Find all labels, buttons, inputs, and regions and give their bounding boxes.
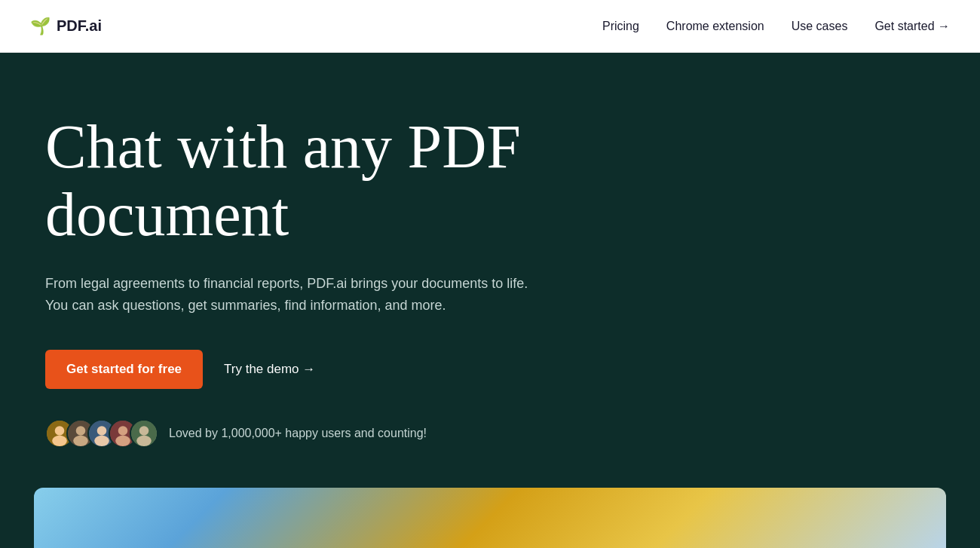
hero-subtitle-line1: From legal agreements to financial repor… [45,273,611,295]
svg-point-8 [94,436,109,446]
logo[interactable]: 🌱 PDF.ai [30,17,102,36]
get-started-button[interactable]: Get started for free [45,350,203,389]
hero-subtitle-line2: You can ask questions, get summaries, fi… [45,295,611,317]
nav-chrome-extension[interactable]: Chrome extension [666,20,764,33]
try-demo-button[interactable]: Try the demo → [224,362,315,377]
nav-use-cases[interactable]: Use cases [792,20,848,33]
svg-point-5 [73,436,88,446]
svg-point-1 [55,426,65,436]
social-proof: Loved by 1,000,000+ happy users and coun… [45,419,935,448]
social-proof-text: Loved by 1,000,000+ happy users and coun… [169,427,427,440]
svg-point-2 [52,436,67,446]
hero-section: Chat with any PDF document From legal ag… [0,53,980,548]
avatar [130,419,158,448]
avatar-stack [45,419,158,448]
navbar: 🌱 PDF.ai Pricing Chrome extension Use ca… [0,0,980,53]
hero-subtitle: From legal agreements to financial repor… [45,273,611,317]
nav-get-started-link[interactable]: Get started → [874,20,950,33]
app-preview-strip [34,488,946,548]
logo-icon: 🌱 [30,17,51,36]
hero-cta-row: Get started for free Try the demo → [45,350,935,389]
svg-point-14 [136,436,152,446]
svg-point-13 [139,426,149,436]
hero-title: Chat with any PDF document [45,113,761,249]
svg-point-4 [76,426,86,436]
nav-pricing[interactable]: Pricing [602,20,639,33]
svg-point-7 [97,426,107,436]
svg-point-11 [115,436,130,446]
logo-text: PDF.ai [57,17,102,35]
svg-point-10 [118,426,128,436]
nav-links: Pricing Chrome extension Use cases Get s… [602,20,950,33]
